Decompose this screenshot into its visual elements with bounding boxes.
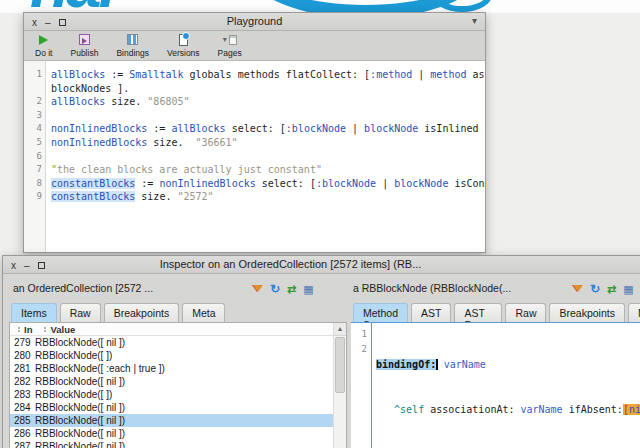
right-pane-icons: ↻ ⇄ ▦ [573,281,634,297]
tab-meta[interactable]: Meta [628,303,640,322]
method-source-panel[interactable]: 1 2 bindingOf: varName ^self association… [351,322,640,448]
column-header-value[interactable]: Value [50,324,75,335]
tab-ast[interactable]: AST [411,303,451,322]
bindings-button[interactable]: Bindings [109,32,156,60]
filter-icon[interactable] [253,285,263,297]
do-it-button[interactable]: Do it [28,32,59,60]
line-number-gutter: 123456789 [24,61,46,252]
window-title: Playground [24,15,485,27]
tab-raw[interactable]: Raw [60,303,101,322]
right-pane-tabs: Method Source AST AST Dump Raw Breakpoin… [353,302,640,322]
tab-ast-dump[interactable]: AST Dump [454,303,502,322]
list-item[interactable]: 282RBBlockNode([ nil ]) [10,375,333,388]
right-pane-title: a RBBlockNode (RBBlockNode(... [353,282,511,294]
list-item[interactable]: 283RBBlockNode([ ]) [10,388,333,401]
left-pane-title: an OrderedCollection [2572 ... [13,282,153,294]
publish-button[interactable]: Publish [63,32,105,60]
desktop: har x – Playground ▾ Do it Publish [0,0,640,448]
list-item[interactable]: 287RBBlockNode([ nil ]) [10,440,333,448]
window-menu-icon[interactable]: ▾ [472,15,477,26]
code-line: constantBlocks := nonInlinedBlocks selec… [51,177,485,191]
playground-window: x – Playground ▾ Do it Publish Bindings [23,12,486,253]
playground-titlebar[interactable]: x – Playground ▾ [24,13,485,31]
column-sort-icon [44,327,46,329]
pharo-logo-arc [432,0,492,12]
tab-breakpoints[interactable]: Breakpoints [104,303,179,322]
filter-icon[interactable] [573,285,583,297]
column-sort-icon [18,327,20,329]
code-line: blockNodes ]. [51,82,485,96]
list-item[interactable]: 286RBBlockNode([ nil ]) [10,427,333,440]
code-line [51,109,485,123]
refresh-icon[interactable]: ↻ [590,283,600,295]
code-line: allBlocks size. "86805" [51,95,485,109]
bindings-icon [127,34,138,45]
code-line: constantBlocks size. "2572" [51,190,485,204]
left-pane-icons: ↻ ⇄ ▦ [253,281,314,297]
inspector-window: x – Inspector on an OrderedCollection [2… [2,255,640,448]
playground-code-editor[interactable]: 123456789 allBlocks := Smalltalk globals… [24,61,485,252]
code-line: allBlocks := Smalltalk globals methods f… [51,68,485,82]
list-item[interactable]: 280RBBlockNode([ ]) [10,349,333,362]
code-line: "the clean blocks are actually just cons… [51,163,485,177]
browse-icon[interactable]: ▦ [303,283,313,295]
browse-icon[interactable]: ▦ [623,283,633,295]
list-item-selected[interactable]: 285RBBlockNode([ nil ]) [10,414,333,427]
pages-icon: ▾ [223,34,237,46]
code-line: ^self associationAt: varName ifAbsent:[n… [376,402,640,417]
scroll-up-icon[interactable]: ▴ [334,323,346,336]
code-text[interactable]: allBlocks := Smalltalk globals methods f… [46,61,485,252]
tab-items[interactable]: Items [11,303,57,322]
vertical-scrollbar[interactable]: ▴ [333,323,346,448]
list-item[interactable]: 279RBBlockNode([ nil ]) [10,336,333,349]
versions-button[interactable]: Versions [160,32,207,60]
list-column-headers[interactable]: In Value [10,323,333,336]
playground-toolbar: Do it Publish Bindings Versions ▾ Pages [24,31,485,61]
window-title: Inspector on an OrderedCollection [2572 … [3,258,578,270]
inverse-pointers-icon[interactable]: ⇄ [287,283,296,295]
inspector-titlebar[interactable]: x – Inspector on an OrderedCollection [2… [3,256,640,274]
code-line [51,150,485,164]
method-source-editor[interactable]: bindingOf: varName ^self associationAt: … [371,323,640,448]
inverse-pointers-icon[interactable]: ⇄ [607,283,616,295]
publish-icon [79,34,90,45]
code-line: bindingOf: varName [376,357,640,372]
versions-icon [179,34,188,46]
items-list-panel: In Value 279RBBlockNode([ nil ]) 280RBBl… [9,322,347,448]
tab-method-source[interactable]: Method Source [353,303,408,322]
list-item[interactable]: 284RBBlockNode([ nil ]) [10,401,333,414]
play-icon [39,35,48,45]
scrollbar-thumb[interactable] [335,337,345,393]
tab-breakpoints[interactable]: Breakpoints [549,303,624,322]
inspector-pane-headers: an OrderedCollection [2572 ... ↻ ⇄ ▦ a R… [3,274,640,300]
column-header-in[interactable]: In [24,324,32,335]
code-line: nonInlinedBlocks size. "36661" [51,136,485,150]
refresh-icon[interactable]: ↻ [270,283,280,295]
left-pane-tabs: Items Raw Breakpoints Meta [11,302,225,322]
tab-raw[interactable]: Raw [505,303,546,322]
line-number-gutter: 1 2 [351,323,371,448]
pages-button[interactable]: ▾ Pages [211,32,249,60]
code-line: nonInlinedBlocks := allBlocks select: [:… [51,122,485,136]
tab-meta[interactable]: Meta [182,303,225,322]
list-item[interactable]: 281RBBlockNode([ :each | true ]) [10,362,333,375]
